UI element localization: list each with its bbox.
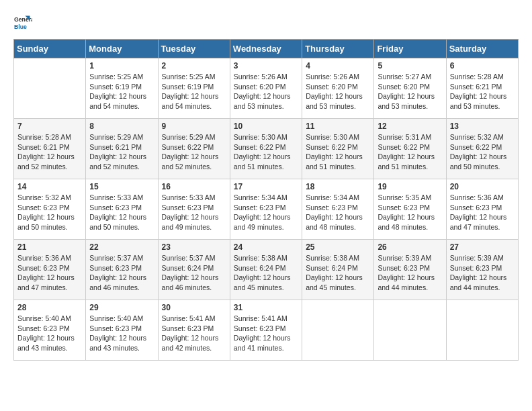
logo: GeneralBlue (13, 13, 32, 32)
calendar-cell (302, 300, 374, 361)
day-content: Sunrise: 5:29 AM Sunset: 6:21 PM Dayligh… (89, 132, 154, 172)
header-day-saturday: Saturday (446, 40, 518, 58)
day-number: 14 (17, 182, 82, 191)
calendar-cell: 2Sunrise: 5:25 AM Sunset: 6:19 PM Daylig… (158, 58, 230, 119)
day-content: Sunrise: 5:38 AM Sunset: 6:24 PM Dayligh… (306, 253, 370, 293)
day-number: 9 (162, 122, 226, 131)
day-content: Sunrise: 5:37 AM Sunset: 6:23 PM Dayligh… (89, 253, 154, 293)
day-content: Sunrise: 5:26 AM Sunset: 6:20 PM Dayligh… (234, 72, 298, 111)
day-content: Sunrise: 5:33 AM Sunset: 6:23 PM Dayligh… (162, 193, 226, 232)
day-number: 4 (306, 61, 370, 71)
day-number: 8 (89, 122, 154, 131)
day-number: 29 (89, 303, 154, 312)
day-content: Sunrise: 5:36 AM Sunset: 6:23 PM Dayligh… (450, 193, 515, 232)
day-number: 20 (450, 182, 515, 191)
day-number: 28 (17, 303, 82, 312)
day-content: Sunrise: 5:28 AM Sunset: 6:21 PM Dayligh… (450, 72, 515, 111)
calendar-week-row: 7Sunrise: 5:28 AM Sunset: 6:21 PM Daylig… (14, 119, 519, 179)
day-number: 31 (234, 303, 298, 312)
day-number: 21 (17, 242, 82, 252)
calendar-cell: 7Sunrise: 5:28 AM Sunset: 6:21 PM Daylig… (14, 119, 86, 179)
calendar-cell: 15Sunrise: 5:33 AM Sunset: 6:23 PM Dayli… (86, 179, 158, 240)
logo-icon: GeneralBlue (13, 13, 32, 32)
calendar-week-row: 1Sunrise: 5:25 AM Sunset: 6:19 PM Daylig… (14, 58, 519, 119)
day-content: Sunrise: 5:40 AM Sunset: 6:23 PM Dayligh… (89, 314, 154, 353)
day-number: 2 (162, 61, 226, 71)
calendar-cell (446, 300, 518, 361)
day-number: 22 (89, 242, 154, 252)
day-number: 12 (378, 122, 442, 131)
calendar-cell: 25Sunrise: 5:38 AM Sunset: 6:24 PM Dayli… (302, 240, 374, 300)
day-content: Sunrise: 5:41 AM Sunset: 6:23 PM Dayligh… (162, 314, 226, 353)
calendar-cell: 27Sunrise: 5:39 AM Sunset: 6:23 PM Dayli… (446, 240, 518, 300)
calendar-cell (14, 58, 86, 119)
day-number: 7 (17, 122, 82, 131)
header-day-tuesday: Tuesday (158, 40, 230, 58)
day-number: 13 (450, 122, 515, 131)
calendar-cell: 6Sunrise: 5:28 AM Sunset: 6:21 PM Daylig… (446, 58, 518, 119)
day-number: 6 (450, 61, 515, 71)
calendar-week-row: 28Sunrise: 5:40 AM Sunset: 6:23 PM Dayli… (14, 300, 519, 361)
day-content: Sunrise: 5:40 AM Sunset: 6:23 PM Dayligh… (17, 314, 82, 353)
day-content: Sunrise: 5:34 AM Sunset: 6:23 PM Dayligh… (234, 193, 298, 232)
calendar-cell: 16Sunrise: 5:33 AM Sunset: 6:23 PM Dayli… (158, 179, 230, 240)
day-content: Sunrise: 5:27 AM Sunset: 6:20 PM Dayligh… (378, 72, 442, 111)
day-content: Sunrise: 5:33 AM Sunset: 6:23 PM Dayligh… (89, 193, 154, 232)
calendar-cell (374, 300, 446, 361)
calendar-table: SundayMondayTuesdayWednesdayThursdayFrid… (13, 39, 519, 361)
day-number: 23 (162, 242, 226, 252)
header-day-friday: Friday (374, 40, 446, 58)
header-day-thursday: Thursday (302, 40, 374, 58)
day-content: Sunrise: 5:25 AM Sunset: 6:19 PM Dayligh… (162, 72, 226, 111)
day-number: 16 (162, 182, 226, 191)
calendar-week-row: 21Sunrise: 5:36 AM Sunset: 6:23 PM Dayli… (14, 240, 519, 300)
day-number: 17 (234, 182, 298, 191)
calendar-cell: 29Sunrise: 5:40 AM Sunset: 6:23 PM Dayli… (86, 300, 158, 361)
day-number: 15 (89, 182, 154, 191)
header-day-monday: Monday (86, 40, 158, 58)
day-content: Sunrise: 5:39 AM Sunset: 6:23 PM Dayligh… (378, 253, 442, 293)
day-number: 24 (234, 242, 298, 252)
day-number: 26 (378, 242, 442, 252)
day-content: Sunrise: 5:25 AM Sunset: 6:19 PM Dayligh… (89, 72, 154, 111)
calendar-cell: 12Sunrise: 5:31 AM Sunset: 6:22 PM Dayli… (374, 119, 446, 179)
day-content: Sunrise: 5:32 AM Sunset: 6:22 PM Dayligh… (450, 132, 515, 172)
day-content: Sunrise: 5:30 AM Sunset: 6:22 PM Dayligh… (234, 132, 298, 172)
calendar-header-row: SundayMondayTuesdayWednesdayThursdayFrid… (14, 40, 519, 58)
calendar-cell: 14Sunrise: 5:32 AM Sunset: 6:23 PM Dayli… (14, 179, 86, 240)
calendar-cell: 5Sunrise: 5:27 AM Sunset: 6:20 PM Daylig… (374, 58, 446, 119)
calendar-cell: 23Sunrise: 5:37 AM Sunset: 6:24 PM Dayli… (158, 240, 230, 300)
calendar-cell: 3Sunrise: 5:26 AM Sunset: 6:20 PM Daylig… (230, 58, 302, 119)
day-number: 18 (306, 182, 370, 191)
day-content: Sunrise: 5:34 AM Sunset: 6:23 PM Dayligh… (306, 193, 370, 232)
svg-text:Blue: Blue (14, 24, 27, 30)
calendar-cell: 10Sunrise: 5:30 AM Sunset: 6:22 PM Dayli… (230, 119, 302, 179)
calendar-cell: 21Sunrise: 5:36 AM Sunset: 6:23 PM Dayli… (14, 240, 86, 300)
day-number: 5 (378, 61, 442, 71)
day-number: 30 (162, 303, 226, 312)
calendar-cell: 4Sunrise: 5:26 AM Sunset: 6:20 PM Daylig… (302, 58, 374, 119)
header-day-sunday: Sunday (14, 40, 86, 58)
calendar-cell: 19Sunrise: 5:35 AM Sunset: 6:23 PM Dayli… (374, 179, 446, 240)
calendar-week-row: 14Sunrise: 5:32 AM Sunset: 6:23 PM Dayli… (14, 179, 519, 240)
day-content: Sunrise: 5:26 AM Sunset: 6:20 PM Dayligh… (306, 72, 370, 111)
day-content: Sunrise: 5:37 AM Sunset: 6:24 PM Dayligh… (162, 253, 226, 293)
calendar-cell: 1Sunrise: 5:25 AM Sunset: 6:19 PM Daylig… (86, 58, 158, 119)
day-number: 11 (306, 122, 370, 131)
calendar-cell: 26Sunrise: 5:39 AM Sunset: 6:23 PM Dayli… (374, 240, 446, 300)
day-content: Sunrise: 5:36 AM Sunset: 6:23 PM Dayligh… (17, 253, 82, 293)
day-content: Sunrise: 5:35 AM Sunset: 6:23 PM Dayligh… (378, 193, 442, 232)
calendar-cell: 20Sunrise: 5:36 AM Sunset: 6:23 PM Dayli… (446, 179, 518, 240)
day-number: 1 (89, 61, 154, 71)
day-number: 27 (450, 242, 515, 252)
day-content: Sunrise: 5:32 AM Sunset: 6:23 PM Dayligh… (17, 193, 82, 232)
day-number: 10 (234, 122, 298, 131)
calendar-cell: 17Sunrise: 5:34 AM Sunset: 6:23 PM Dayli… (230, 179, 302, 240)
calendar-cell: 28Sunrise: 5:40 AM Sunset: 6:23 PM Dayli… (14, 300, 86, 361)
calendar-cell: 30Sunrise: 5:41 AM Sunset: 6:23 PM Dayli… (158, 300, 230, 361)
calendar-cell: 13Sunrise: 5:32 AM Sunset: 6:22 PM Dayli… (446, 119, 518, 179)
header-day-wednesday: Wednesday (230, 40, 302, 58)
day-content: Sunrise: 5:28 AM Sunset: 6:21 PM Dayligh… (17, 132, 82, 172)
day-number: 3 (234, 61, 298, 71)
day-content: Sunrise: 5:39 AM Sunset: 6:23 PM Dayligh… (450, 253, 515, 293)
